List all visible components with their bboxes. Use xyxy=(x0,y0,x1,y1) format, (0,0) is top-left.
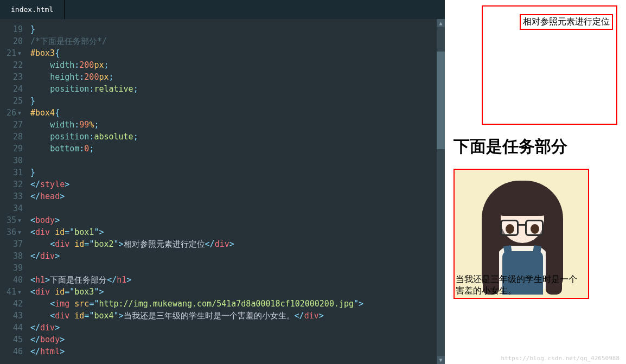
scrollbar-thumb[interactable] xyxy=(437,52,445,149)
scroll-down-arrow[interactable]: ▼ xyxy=(437,356,445,364)
tab-filename: index.html xyxy=(11,5,53,14)
tab-bar: index.html xyxy=(0,0,445,19)
editor-pane: index.html 19 20 21▾ 22 23 24 25 26▾ 27 … xyxy=(0,0,445,364)
preview-box3: 当我还是三年级的学生时是一个害羞的小女生。 xyxy=(453,169,589,299)
preview-box2: 相对参照元素进行定位 xyxy=(520,14,613,30)
code-content[interactable]: } /*下面是任务部分*/ #box3{ width:200px; height… xyxy=(27,19,445,364)
scrollbar-track[interactable]: ▲ ▼ xyxy=(437,19,445,364)
preview-box4: 当我还是三年级的学生时是一个害羞的小女生。 xyxy=(455,273,587,298)
preview-heading: 下面是任务部分 xyxy=(453,136,617,158)
scroll-up-arrow[interactable]: ▲ xyxy=(437,19,445,27)
code-area: 19 20 21▾ 22 23 24 25 26▾ 27 28 29 30 31… xyxy=(0,19,445,364)
tab-index-html[interactable]: index.html xyxy=(0,0,65,19)
line-gutter: 19 20 21▾ 22 23 24 25 26▾ 27 28 29 30 31… xyxy=(0,19,27,364)
preview-pane: 相对参照元素进行定位 下面是任务部分 当我还是三年级的学生时是一个害羞的小女生。… xyxy=(445,0,626,364)
preview-box1: 相对参照元素进行定位 xyxy=(482,5,617,125)
watermark: https://blog.csdn.net/qq_42650988 xyxy=(501,355,619,362)
